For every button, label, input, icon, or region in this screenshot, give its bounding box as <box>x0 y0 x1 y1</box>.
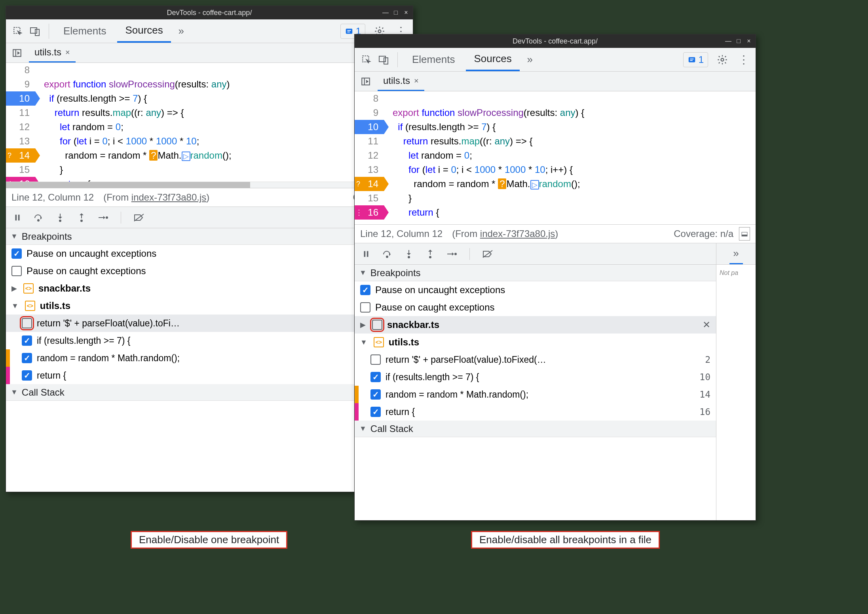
close-window-button[interactable]: × <box>745 37 753 45</box>
pause-uncaught-checkbox[interactable] <box>360 285 370 295</box>
inspect-icon[interactable] <box>11 24 25 38</box>
breakpoints-section-header[interactable]: ▼ Breakpoints <box>355 265 716 281</box>
show-navigator-icon[interactable] <box>10 46 24 60</box>
callstack-section-header[interactable]: ▼ Call Stack <box>355 421 716 437</box>
svg-point-32 <box>386 256 388 258</box>
step-icon[interactable] <box>96 211 110 224</box>
step-over-icon[interactable] <box>32 211 46 224</box>
horizontal-scrollbar[interactable] <box>6 182 413 188</box>
tab-sources[interactable]: Sources <box>117 19 171 43</box>
step-icon[interactable] <box>445 247 458 261</box>
svg-point-38 <box>455 253 456 255</box>
inspect-icon[interactable] <box>359 53 374 67</box>
breakpoint-file-snackbar[interactable]: ▶ snackbar.ts ✕ <box>355 316 716 334</box>
svg-point-36 <box>429 256 431 258</box>
breakpoint-item[interactable]: return { 16 <box>359 403 716 421</box>
code-editor[interactable]: 8 9export function slowProcessing(result… <box>355 91 756 224</box>
svg-rect-4 <box>347 30 351 31</box>
ts-file-icon: <> <box>374 337 384 347</box>
breakpoint-checkbox[interactable] <box>370 354 381 365</box>
ts-file-icon: <> <box>23 283 34 294</box>
minimize-button[interactable]: — <box>381 8 390 17</box>
close-tab-icon[interactable]: × <box>65 48 70 57</box>
pause-icon[interactable] <box>11 211 24 224</box>
breakpoint-item[interactable]: return '$' + parseFloat(value).toFixed(…… <box>355 351 716 368</box>
pause-uncaught-row[interactable]: Pause on uncaught exceptions <box>6 245 413 262</box>
step-out-icon[interactable] <box>424 247 437 261</box>
step-out-icon[interactable] <box>75 211 88 224</box>
more-tabs-icon[interactable]: » <box>174 24 188 38</box>
sourcemap-link[interactable]: index-73f73a80.js <box>480 228 555 239</box>
window-titlebar: DevTools - coffee-cart.app/ — □ × <box>6 6 413 19</box>
pause-caught-checkbox[interactable] <box>11 266 22 276</box>
ts-file-icon: <> <box>25 301 35 311</box>
kebab-menu-icon[interactable]: ⋮ <box>737 53 751 67</box>
breakpoint-item[interactable]: return '$' + parseFloat(value).toFi… ✎ ✕… <box>6 315 413 332</box>
breakpoint-item[interactable]: if (results.length >= 7) { 10 <box>359 368 716 386</box>
breakpoint-line-number: 10 <box>699 372 710 382</box>
step-into-icon[interactable] <box>402 247 416 261</box>
svg-rect-23 <box>690 59 693 59</box>
cursor-position: Line 12, Column 12 <box>360 228 443 239</box>
breakpoint-item[interactable]: random = random * Math.random(); 14 <box>359 386 716 403</box>
file-breakpoints-checkbox[interactable] <box>372 320 382 330</box>
issues-badge[interactable]: 1 <box>683 52 708 67</box>
breakpoint-checkbox[interactable] <box>22 353 32 363</box>
tab-elements[interactable]: Elements <box>55 19 114 43</box>
close-tab-icon[interactable]: × <box>414 76 419 85</box>
close-window-button[interactable]: × <box>402 8 410 17</box>
breakpoint-item[interactable]: if (results.length >= 7) { 10 <box>10 332 413 349</box>
collapse-triangle-icon: ▼ <box>359 269 367 277</box>
remove-icon[interactable]: ✕ <box>703 319 710 330</box>
tab-sources[interactable]: Sources <box>466 48 519 71</box>
file-tab-utils[interactable]: utils.ts × <box>29 43 76 63</box>
breakpoint-file-utils[interactable]: ▼ <> utils.ts <box>6 297 413 315</box>
collapse-triangle-icon: ▼ <box>11 232 18 241</box>
gear-icon[interactable] <box>715 53 729 67</box>
breakpoint-checkbox[interactable] <box>370 389 381 400</box>
tab-elements[interactable]: Elements <box>404 48 463 71</box>
svg-rect-31 <box>367 251 368 257</box>
breakpoint-line-number: 16 <box>699 407 710 417</box>
code-editor[interactable]: 8 9export function slowProcessing(result… <box>6 63 413 182</box>
svg-rect-9 <box>15 214 17 220</box>
device-toggle-icon[interactable] <box>28 24 42 38</box>
svg-point-17 <box>106 217 108 218</box>
pause-uncaught-row[interactable]: Pause on uncaught exceptions <box>355 281 716 299</box>
pause-caught-checkbox[interactable] <box>360 302 370 313</box>
show-navigator-icon[interactable] <box>359 74 373 89</box>
pause-caught-row[interactable]: Pause on caught exceptions <box>6 262 413 280</box>
pause-icon[interactable] <box>359 247 373 261</box>
breakpoint-checkbox[interactable] <box>22 335 32 346</box>
svg-rect-1 <box>30 28 37 33</box>
breakpoint-checkbox[interactable] <box>370 372 381 382</box>
collapse-pane-icon[interactable] <box>739 227 750 241</box>
breakpoint-checkbox[interactable] <box>22 370 32 381</box>
callstack-section-header[interactable]: ▼ Call Stack <box>6 384 413 401</box>
svg-rect-29 <box>742 235 747 236</box>
breakpoints-section-header[interactable]: ▼ Breakpoints <box>6 228 413 245</box>
step-over-icon[interactable] <box>381 247 394 261</box>
minimize-button[interactable]: — <box>724 37 733 45</box>
breakpoint-checkbox[interactable] <box>370 407 381 417</box>
breakpoint-file-utils[interactable]: ▼ <> utils.ts <box>355 334 716 351</box>
svg-rect-10 <box>18 214 20 220</box>
device-toggle-icon[interactable] <box>377 53 391 67</box>
caption-left: Enable/Disable one breakpoint <box>131 531 287 549</box>
deactivate-breakpoints-icon[interactable] <box>481 247 494 261</box>
maximize-button[interactable]: □ <box>734 37 743 45</box>
breakpoint-checkbox[interactable] <box>22 318 32 328</box>
more-tabs-icon[interactable]: » <box>523 53 537 67</box>
file-tab-utils[interactable]: utils.ts × <box>378 72 424 91</box>
deactivate-breakpoints-icon[interactable] <box>132 211 146 224</box>
maximize-button[interactable]: □ <box>391 8 400 17</box>
breakpoint-item[interactable]: random = random * Math.random(); 14 <box>10 349 413 367</box>
pause-caught-row[interactable]: Pause on caught exceptions <box>355 299 716 316</box>
collapse-triangle-icon: ▼ <box>360 338 367 347</box>
step-into-icon[interactable] <box>53 211 67 224</box>
more-tabs-icon[interactable]: » <box>729 243 743 264</box>
breakpoint-item[interactable]: return { 16 <box>10 367 413 384</box>
pause-uncaught-checkbox[interactable] <box>11 248 22 259</box>
sourcemap-link[interactable]: index-73f73a80.js <box>131 192 206 203</box>
breakpoint-file-snackbar[interactable]: ▶ <> snackbar.ts <box>6 280 413 297</box>
